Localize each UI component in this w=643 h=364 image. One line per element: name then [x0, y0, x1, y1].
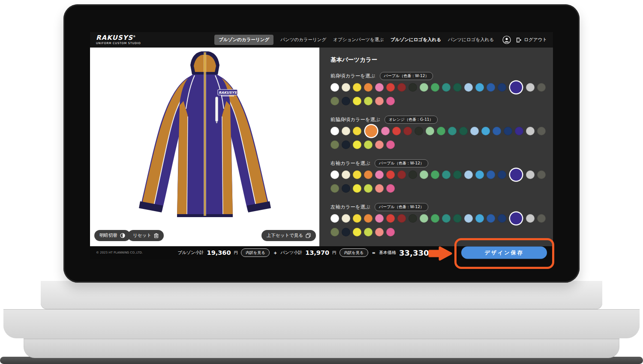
color-swatch[interactable]: [342, 184, 350, 193]
color-swatch[interactable]: [459, 127, 468, 135]
color-swatch[interactable]: [353, 170, 361, 179]
color-swatch[interactable]: [342, 140, 350, 149]
color-swatch[interactable]: [470, 127, 479, 135]
color-swatch[interactable]: [386, 97, 395, 105]
color-swatch[interactable]: [464, 214, 473, 223]
color-swatch[interactable]: [475, 83, 484, 92]
nav-item-5[interactable]: パンツにロゴを入れる: [448, 37, 494, 43]
color-swatch[interactable]: [353, 140, 361, 149]
color-swatch[interactable]: [353, 127, 361, 135]
nav-item-3[interactable]: オプションパーツを選ぶ: [333, 37, 384, 43]
color-swatch[interactable]: [475, 170, 484, 179]
color-swatch[interactable]: [420, 214, 428, 223]
color-swatch[interactable]: [420, 83, 428, 92]
color-swatch[interactable]: [420, 170, 428, 179]
color-swatch[interactable]: [331, 97, 339, 105]
color-swatch[interactable]: [487, 214, 495, 223]
color-swatch[interactable]: [515, 127, 523, 135]
color-swatch[interactable]: [342, 127, 350, 135]
color-swatch[interactable]: [386, 184, 395, 193]
color-swatch[interactable]: [487, 83, 495, 92]
color-swatch[interactable]: [375, 228, 384, 236]
color-swatch[interactable]: [353, 97, 361, 105]
color-swatch[interactable]: [342, 83, 350, 92]
pants-detail-button[interactable]: 内訳を見る: [340, 248, 368, 257]
color-swatch[interactable]: [386, 83, 395, 92]
color-swatch[interactable]: [364, 97, 373, 105]
color-swatch-selected[interactable]: [510, 212, 522, 224]
color-swatch[interactable]: [331, 214, 339, 223]
color-swatch[interactable]: [448, 127, 457, 135]
nav-item-2[interactable]: パンツのカラーリング: [280, 37, 326, 43]
color-swatch[interactable]: [442, 170, 451, 179]
color-swatch[interactable]: [386, 170, 395, 179]
color-swatch[interactable]: [475, 214, 484, 223]
color-swatch[interactable]: [386, 228, 395, 236]
color-swatch[interactable]: [442, 83, 451, 92]
color-swatch[interactable]: [364, 228, 373, 236]
color-swatch[interactable]: [331, 83, 339, 92]
color-swatch[interactable]: [409, 214, 417, 223]
view-full-set-button[interactable]: 上下セットで見る: [261, 230, 316, 241]
color-swatch[interactable]: [375, 184, 384, 193]
color-swatch-selected[interactable]: [365, 125, 377, 137]
color-swatch[interactable]: [386, 140, 395, 149]
color-swatch[interactable]: [526, 83, 535, 92]
color-swatch[interactable]: [375, 83, 384, 92]
help-button[interactable]: ?: [439, 250, 445, 256]
color-swatch[interactable]: [375, 140, 384, 149]
color-swatch[interactable]: [353, 83, 361, 92]
color-swatch[interactable]: [498, 170, 506, 179]
color-swatch[interactable]: [364, 170, 373, 179]
color-swatch[interactable]: [375, 97, 384, 105]
color-swatch[interactable]: [342, 170, 350, 179]
color-swatch[interactable]: [431, 214, 439, 223]
color-swatch[interactable]: [409, 170, 417, 179]
color-swatch[interactable]: [403, 127, 412, 135]
color-swatch[interactable]: [537, 127, 546, 135]
save-design-button[interactable]: デザイン保存: [461, 247, 547, 259]
color-swatch[interactable]: [364, 184, 373, 193]
color-swatch[interactable]: [453, 83, 462, 92]
color-swatch[interactable]: [331, 140, 339, 149]
color-swatch[interactable]: [386, 214, 395, 223]
color-swatch[interactable]: [397, 214, 406, 223]
blouson-detail-button[interactable]: 内訳を見る: [241, 248, 270, 257]
color-swatch[interactable]: [342, 97, 350, 105]
color-swatch[interactable]: [526, 214, 535, 223]
color-swatch[interactable]: [375, 170, 384, 179]
color-swatch[interactable]: [331, 170, 339, 179]
color-swatch[interactable]: [453, 170, 462, 179]
color-swatch[interactable]: [442, 214, 451, 223]
color-swatch[interactable]: [331, 228, 339, 236]
color-swatch[interactable]: [481, 127, 490, 135]
color-swatch-selected[interactable]: [510, 169, 522, 181]
nav-item-4[interactable]: ブルゾンにロゴを入れる: [391, 37, 441, 43]
color-swatch[interactable]: [381, 127, 390, 135]
color-swatch[interactable]: [464, 170, 473, 179]
color-swatch[interactable]: [426, 127, 434, 135]
color-swatch[interactable]: [409, 83, 417, 92]
color-swatch[interactable]: [537, 170, 546, 179]
color-swatch[interactable]: [526, 127, 535, 135]
logout-button[interactable]: ログアウト: [516, 37, 547, 43]
color-swatch[interactable]: [431, 170, 439, 179]
color-swatch[interactable]: [487, 170, 495, 179]
color-swatch[interactable]: [342, 214, 350, 223]
color-swatch[interactable]: [504, 127, 512, 135]
color-swatch[interactable]: [431, 83, 439, 92]
color-swatch[interactable]: [342, 228, 350, 236]
color-swatch[interactable]: [364, 214, 373, 223]
color-swatch[interactable]: [397, 83, 406, 92]
color-swatch-selected[interactable]: [510, 81, 522, 93]
color-swatch[interactable]: [353, 214, 361, 223]
color-swatch[interactable]: [464, 83, 473, 92]
color-swatch[interactable]: [537, 214, 546, 223]
color-swatch[interactable]: [537, 83, 546, 92]
color-swatch[interactable]: [392, 127, 401, 135]
color-swatch[interactable]: [364, 83, 373, 92]
color-swatch[interactable]: [493, 127, 501, 135]
nav-item-1[interactable]: ブルゾンのカラーリング: [214, 35, 273, 45]
color-swatch[interactable]: [526, 170, 535, 179]
user-account-icon[interactable]: [502, 36, 511, 44]
